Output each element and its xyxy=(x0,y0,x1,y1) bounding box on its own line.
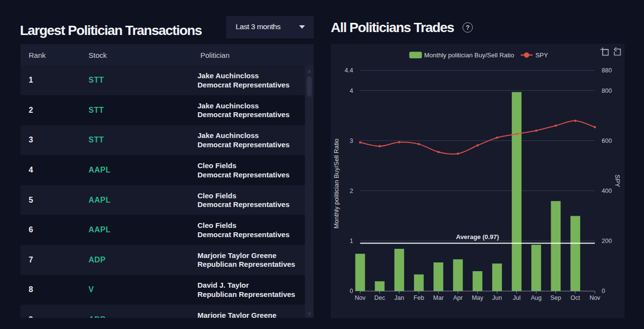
svg-text:Apr: Apr xyxy=(453,294,463,301)
svg-text:0: 0 xyxy=(350,288,353,294)
svg-text:SPY: SPY xyxy=(614,174,621,187)
svg-text:1: 1 xyxy=(350,238,353,244)
svg-text:4.4: 4.4 xyxy=(345,67,353,74)
svg-text:2: 2 xyxy=(350,188,353,194)
svg-text:Oct: Oct xyxy=(571,294,580,301)
svg-text:Jun: Jun xyxy=(492,294,502,301)
svg-text:Jan: Jan xyxy=(394,294,404,301)
svg-text:Monthly politician Buy/Sell Ra: Monthly politician Buy/Sell Ratio xyxy=(424,52,514,59)
svg-text:200: 200 xyxy=(602,238,612,244)
svg-text:Average (0.97): Average (0.97) xyxy=(456,233,499,241)
svg-text:SPY: SPY xyxy=(536,52,548,59)
svg-text:Mar: Mar xyxy=(433,294,444,301)
svg-text:600: 600 xyxy=(602,138,612,144)
svg-text:800: 800 xyxy=(602,87,612,94)
svg-text:Nov: Nov xyxy=(590,294,601,301)
svg-text:3: 3 xyxy=(350,138,353,144)
svg-text:0: 0 xyxy=(602,288,605,294)
svg-text:Feb: Feb xyxy=(413,294,424,301)
svg-text:400: 400 xyxy=(602,188,612,194)
svg-text:May: May xyxy=(472,294,483,301)
svg-text:Dec: Dec xyxy=(374,294,385,301)
svg-text:Jul: Jul xyxy=(513,294,520,301)
svg-text:Sep: Sep xyxy=(550,294,561,301)
svg-text:Nov: Nov xyxy=(355,294,366,301)
svg-text:Monthly politician Buy/Sell Ra: Monthly politician Buy/Sell Ratio xyxy=(333,139,340,228)
svg-text:880: 880 xyxy=(602,67,612,74)
svg-text:4: 4 xyxy=(350,87,353,94)
svg-text:Aug: Aug xyxy=(531,294,541,301)
